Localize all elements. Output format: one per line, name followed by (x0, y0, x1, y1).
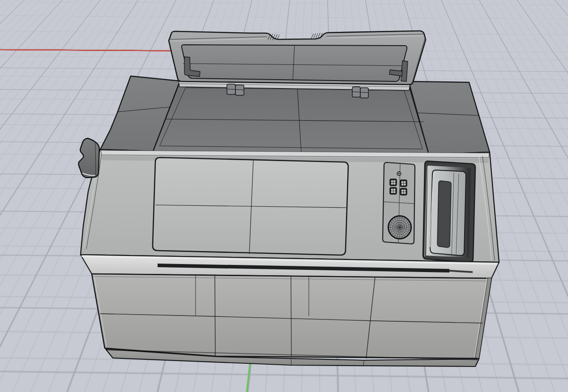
output-tray[interactable] (423, 161, 475, 262)
cad-application-window: { "viewport": { "view_type": "perspectiv… (0, 0, 568, 392)
control-button-2[interactable] (400, 180, 407, 187)
control-button-1[interactable] (390, 179, 397, 186)
scanner-lid[interactable] (169, 31, 426, 85)
lid-hinge-left[interactable] (227, 84, 244, 95)
printer-3d-model[interactable] (0, 0, 568, 392)
control-panel[interactable] (383, 162, 415, 244)
scanner-bed[interactable] (153, 81, 429, 154)
front-housing[interactable] (92, 274, 491, 358)
access-panel[interactable] (153, 158, 348, 255)
control-button-4[interactable] (400, 188, 407, 195)
status-led-dot (398, 173, 400, 175)
tray-handle-hole (437, 181, 451, 247)
control-button-3[interactable] (390, 187, 397, 194)
speaker-grille[interactable] (389, 216, 411, 239)
lid-hinge-right[interactable] (352, 87, 368, 98)
side-latch[interactable] (78, 138, 99, 178)
latch-body[interactable] (78, 138, 99, 178)
scanner-bed-surface[interactable] (153, 81, 429, 154)
